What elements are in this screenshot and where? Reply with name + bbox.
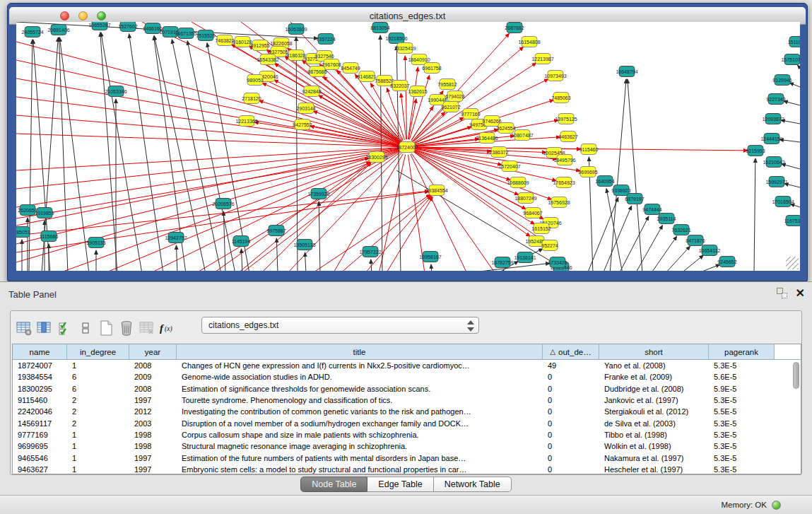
table-cell[interactable]: 1998 [129, 442, 177, 450]
column-header-out_de…[interactable]: △out_de… [543, 344, 599, 359]
graph-node[interactable]: 1511074 [788, 37, 800, 47]
graph-node[interactable]: 14671355 [175, 28, 196, 39]
graph-node[interactable]: 16154808 [518, 37, 540, 47]
table-row[interactable]: 946554611997Estimation of the future num… [13, 452, 801, 463]
table-cell[interactable]: 0 [543, 442, 599, 450]
table-settings-icon[interactable] [13, 317, 34, 339]
table-cell[interactable]: 2009 [129, 373, 177, 381]
graph-node[interactable]: 9621072 [441, 102, 460, 112]
tab-node-table[interactable]: Node Table [300, 477, 367, 492]
graph-node[interactable]: 952274 [541, 240, 558, 251]
graph-node[interactable]: 19756928 [548, 197, 570, 208]
table-cell[interactable]: 5.3E-5 [709, 419, 775, 428]
table-cell[interactable]: 2 [67, 396, 129, 404]
table-cell[interactable]: 2008 [129, 361, 177, 370]
graph-node[interactable]: 10655287 [88, 22, 110, 30]
table-row[interactable]: 1456911722003Disruption of a novel membe… [13, 417, 801, 428]
table-cell[interactable]: 0 [543, 407, 599, 416]
table-row[interactable]: 1830029562008Estimation of significance … [13, 383, 801, 395]
graph-node[interactable]: 18495796 [553, 155, 575, 165]
graph-node[interactable]: 2903144 [296, 103, 315, 114]
graph-node[interactable]: 9777169 [461, 109, 480, 119]
table-cell[interactable]: Jankovic et al. (1997) [599, 396, 709, 404]
graph-node[interactable]: 1615152 [531, 223, 551, 234]
graph-node[interactable]: 15751074 [781, 54, 800, 65]
graph-node[interactable]: 16648794 [616, 66, 637, 77]
graph-node[interactable]: 21053346 [105, 86, 126, 97]
table-cell[interactable]: 5.3E-5 [709, 454, 775, 462]
column-visibility-icon[interactable] [34, 317, 54, 339]
column-header-in_degree[interactable]: in_degree [67, 344, 129, 359]
graph-node[interactable]: 9129946 [772, 75, 792, 86]
graph-node[interactable]: 9227343 [766, 94, 785, 105]
graph-node[interactable]: 15992971 [765, 177, 787, 187]
graph-node[interactable]: 9975887 [266, 226, 286, 236]
graph-node[interactable]: 12093872 [762, 114, 784, 124]
table-cell[interactable]: Genome-wide association studies in ADHD. [177, 373, 543, 381]
network-canvas[interactable]: 2405572420691406106552871527602846616010… [16, 22, 800, 271]
graph-node[interactable]: 17654923 [553, 177, 575, 188]
graph-node[interactable]: 12213987 [531, 54, 553, 64]
table-cell[interactable]: 5.3E-5 [709, 396, 775, 404]
graph-node[interactable]: 15720407 [498, 161, 520, 172]
graph-node[interactable]: 1640954 [595, 176, 614, 187]
table-cell[interactable]: 5.9E-5 [709, 385, 775, 393]
graph-node[interactable]: 2718120 [242, 93, 261, 104]
graph-node[interactable]: 6879197 [625, 194, 644, 204]
table-cell[interactable]: 1997 [129, 396, 177, 404]
graph-node[interactable]: 8912955 [250, 40, 269, 51]
graph-node[interactable]: 19136141 [514, 252, 536, 263]
graph-node[interactable]: 9115460 [579, 144, 599, 155]
graph-node[interactable]: 16053809 [285, 24, 307, 35]
graph-node[interactable]: 9474444 [642, 204, 661, 215]
table-cell[interactable]: Corpus callosum shape and size in male p… [177, 431, 543, 439]
graph-node[interactable]: 1145194 [232, 236, 251, 247]
graph-node[interactable]: 19218506 [385, 33, 407, 44]
graph-node[interactable]: 13975125 [555, 114, 577, 124]
graph-node[interactable]: 1527602 [118, 22, 137, 32]
table-cell[interactable]: 18300295 [13, 385, 67, 393]
table-cell[interactable]: 49 [543, 361, 599, 370]
graph-node[interactable]: 6961758 [422, 63, 441, 74]
table-cell[interactable]: 5.3E-5 [709, 361, 775, 370]
table-cell[interactable]: 9115460 [13, 396, 67, 404]
table-cell[interactable]: 0 [543, 373, 599, 381]
graph-node[interactable]: 6794028 [445, 91, 464, 102]
table-cell[interactable]: 0 [543, 396, 599, 404]
table-cell[interactable]: Stergiakouli et al. (2012) [599, 407, 709, 416]
graph-node[interactable]: 3624554 [496, 123, 515, 134]
graph-node[interactable]: 989051 [247, 75, 263, 86]
table-cell[interactable]: 5.3E-5 [709, 431, 775, 439]
graph-node[interactable]: 17016504 [772, 197, 794, 207]
table-cell[interactable]: Changes of HCN gene expression and I(f) … [177, 361, 543, 370]
table-cell[interactable]: de Silva et al. (2003) [599, 419, 709, 428]
table-cell[interactable]: 2 [67, 407, 129, 416]
table-cell[interactable]: Tibbo et al. (1998) [599, 431, 709, 439]
table-cell[interactable]: 5.3E-5 [709, 465, 775, 474]
close-panel-icon[interactable]: ✕ [796, 288, 805, 298]
table-cell[interactable]: Estimation of the future numbers of pati… [177, 454, 543, 462]
graph-node[interactable]: 10654112 [699, 245, 721, 256]
graph-node[interactable]: 18724007 [396, 142, 418, 153]
graph-node[interactable]: 8454749 [341, 63, 360, 74]
graph-node[interactable]: 18300295 [365, 152, 387, 163]
graph-node[interactable]: 13505135 [293, 240, 315, 250]
table-cell[interactable]: 5.5E-5 [709, 407, 775, 416]
table-cell[interactable]: 2 [67, 419, 129, 428]
table-cell[interactable]: Embryonic stem cells: a model to study s… [177, 465, 543, 474]
graph-node[interactable]: 17957222 [359, 247, 381, 257]
tab-network-table[interactable]: Network Table [434, 477, 512, 492]
table-cell[interactable]: 6 [67, 385, 129, 393]
graph-node[interactable]: 7463822 [215, 35, 234, 46]
table-cell[interactable]: 9465546 [13, 454, 67, 462]
table-cell[interactable]: 2003 [129, 419, 177, 428]
graph-node[interactable]: 2935114 [657, 214, 676, 224]
graph-node[interactable]: 1919859 [35, 208, 54, 218]
table-cell[interactable]: 6 [67, 373, 129, 381]
graph-node[interactable]: 16782759 [491, 257, 513, 268]
table-cell[interactable]: 9777169 [13, 431, 67, 439]
table-cell[interactable]: 0 [543, 419, 599, 428]
graph-node[interactable]: 1733426 [548, 257, 567, 268]
column-header-pagerank[interactable]: pagerank [709, 344, 775, 359]
graph-node[interactable]: 12444159 [760, 134, 782, 144]
